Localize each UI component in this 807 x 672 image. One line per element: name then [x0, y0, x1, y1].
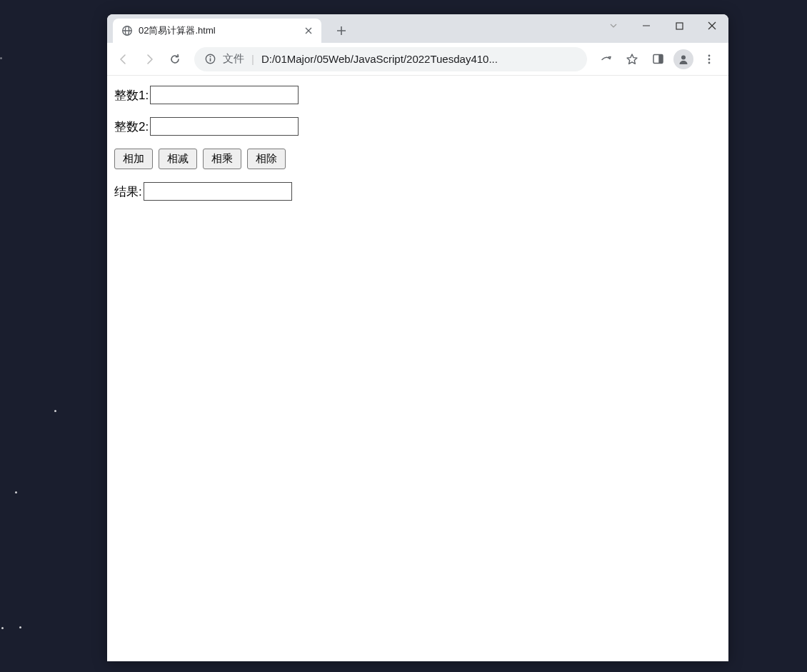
svg-point-20	[708, 61, 711, 64]
page-content: 整数1: 整数2: 结果:	[107, 76, 728, 661]
browser-tab[interactable]: 02简易计算器.html	[113, 19, 321, 43]
close-tab-icon[interactable]	[303, 25, 314, 36]
divide-button[interactable]	[247, 149, 286, 169]
svg-point-19	[708, 58, 711, 60]
share-icon[interactable]	[594, 47, 618, 71]
background-star	[19, 626, 21, 628]
int1-label: 整数1:	[114, 87, 149, 104]
menu-dots-icon[interactable]	[697, 47, 721, 71]
int2-label: 整数2:	[114, 119, 149, 135]
side-panel-icon[interactable]	[646, 47, 670, 71]
toolbar: 文件 | D:/01Major/05Web/JavaScript/2022Tue…	[107, 43, 728, 76]
result-row: 结果:	[114, 182, 721, 201]
svg-marker-14	[627, 54, 637, 64]
result-input[interactable]	[144, 182, 292, 201]
avatar-icon	[673, 49, 693, 69]
close-window-button[interactable]	[696, 14, 728, 37]
forward-button[interactable]	[137, 47, 161, 71]
int1-input[interactable]	[150, 86, 299, 104]
info-icon	[204, 54, 216, 65]
svg-point-18	[708, 54, 711, 56]
background-star	[15, 491, 17, 493]
operator-button-row	[114, 149, 721, 169]
window-caret-icon[interactable]	[597, 14, 630, 37]
result-label: 结果:	[114, 184, 142, 200]
background-star	[54, 410, 56, 412]
background-star	[0, 57, 2, 59]
add-button[interactable]	[114, 149, 153, 169]
int1-row: 整数1:	[114, 86, 721, 104]
int2-row: 整数2:	[114, 117, 721, 136]
new-tab-button[interactable]	[331, 21, 351, 41]
profile-avatar[interactable]	[671, 47, 696, 71]
multiply-button[interactable]	[203, 149, 241, 169]
browser-window: 02简易计算器.html	[107, 14, 728, 661]
window-controls	[597, 14, 728, 37]
subtract-button[interactable]	[159, 149, 197, 169]
address-bar[interactable]: 文件 | D:/01Major/05Web/JavaScript/2022Tue…	[194, 47, 587, 71]
int2-input[interactable]	[150, 117, 299, 136]
svg-point-17	[681, 55, 686, 59]
tab-title: 02简易计算器.html	[139, 24, 303, 37]
minimize-button[interactable]	[630, 14, 663, 37]
toolbar-actions	[594, 47, 721, 71]
reload-button[interactable]	[163, 47, 187, 71]
titlebar: 02简易计算器.html	[107, 14, 728, 43]
url-scheme-label: 文件	[223, 52, 244, 66]
bookmark-star-icon[interactable]	[620, 47, 644, 71]
background-star	[1, 627, 4, 629]
maximize-button[interactable]	[663, 14, 696, 37]
svg-point-13	[209, 56, 211, 57]
svg-rect-16	[658, 55, 663, 64]
url-text: D:/01Major/05Web/JavaScript/2022Tuesday4…	[261, 53, 498, 65]
svg-rect-8	[676, 23, 683, 29]
globe-icon	[121, 25, 133, 36]
url-separator: |	[251, 53, 254, 65]
back-button[interactable]	[111, 47, 136, 71]
